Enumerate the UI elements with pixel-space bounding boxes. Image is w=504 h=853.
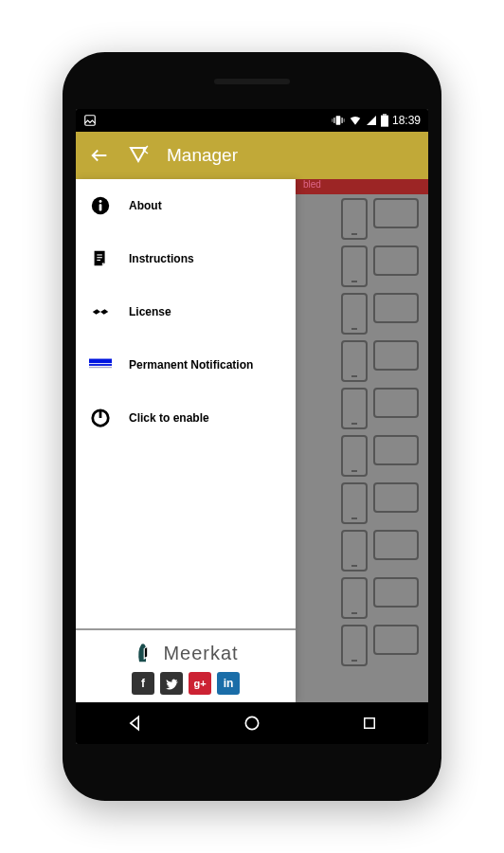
drawer-item-enable[interactable]: Click to enable (76, 391, 296, 445)
power-icon (89, 407, 112, 429)
svg-rect-16 (89, 367, 112, 368)
wifi-icon (349, 114, 362, 127)
drawer-list: About Instructions License (76, 179, 296, 628)
svg-rect-14 (89, 359, 112, 364)
drawer-item-label: Click to enable (129, 411, 209, 425)
system-nav-bar (76, 702, 428, 744)
linkedin-icon[interactable]: in (217, 672, 240, 695)
drawer-item-label: License (129, 305, 171, 318)
status-left (83, 114, 97, 127)
app-logo-icon (127, 144, 150, 167)
bg-device-grid (315, 198, 419, 666)
svg-rect-11 (97, 254, 102, 255)
nav-back-button[interactable] (101, 702, 168, 744)
app-title: Manager (167, 145, 238, 166)
google-plus-icon[interactable]: g+ (189, 672, 211, 695)
drawer-item-license[interactable]: License (76, 285, 296, 338)
app-bar: Manager (76, 132, 428, 179)
drawer-item-label: Instructions (129, 252, 194, 265)
battery-icon (381, 114, 388, 127)
status-right: 18:39 (332, 114, 421, 127)
license-icon (89, 300, 112, 323)
drawer-item-permanent-notification[interactable]: Permanent Notification (76, 338, 296, 391)
drawer-item-label: Permanent Notification (129, 358, 253, 372)
nav-recent-button[interactable] (336, 702, 403, 744)
screen: 18:39 Manager bled (76, 109, 428, 744)
svg-rect-5 (344, 118, 345, 122)
brand-name: Meerkat (163, 643, 238, 664)
meerkat-logo-icon (133, 640, 159, 666)
phone-speaker (214, 79, 290, 84)
svg-rect-3 (341, 118, 342, 123)
back-button[interactable] (89, 145, 110, 166)
image-icon (83, 114, 97, 127)
content-area: bled (76, 179, 428, 702)
drawer-item-instructions[interactable]: Instructions (76, 232, 296, 285)
brand-row: Meerkat (76, 640, 296, 666)
signal-icon (366, 115, 377, 126)
instructions-icon (89, 247, 112, 270)
svg-rect-20 (365, 718, 375, 729)
facebook-icon[interactable]: f (132, 672, 154, 695)
svg-rect-13 (97, 260, 100, 261)
nav-home-button[interactable] (219, 702, 285, 744)
social-row: f g+ in (76, 672, 296, 695)
drawer-item-label: About (129, 199, 162, 212)
status-time: 18:39 (392, 114, 421, 127)
svg-rect-15 (89, 364, 112, 366)
navigation-drawer: About Instructions License (76, 179, 296, 702)
svg-point-19 (245, 717, 258, 729)
vibrate-icon (332, 114, 345, 127)
svg-rect-4 (333, 118, 333, 122)
svg-rect-2 (333, 118, 334, 123)
svg-rect-6 (381, 116, 388, 127)
svg-point-9 (99, 200, 102, 203)
twitter-icon[interactable] (160, 672, 183, 695)
svg-rect-10 (99, 204, 102, 210)
notification-bar-icon (89, 354, 112, 376)
svg-rect-0 (85, 116, 96, 126)
svg-rect-7 (383, 114, 387, 115)
drawer-item-about[interactable]: About (76, 179, 296, 232)
status-bar: 18:39 (76, 109, 428, 132)
drawer-footer: Meerkat f g+ in (76, 628, 296, 702)
svg-rect-12 (97, 257, 102, 258)
svg-rect-1 (336, 116, 341, 124)
info-icon (89, 194, 112, 217)
phone-frame: 18:39 Manager bled (63, 52, 441, 801)
